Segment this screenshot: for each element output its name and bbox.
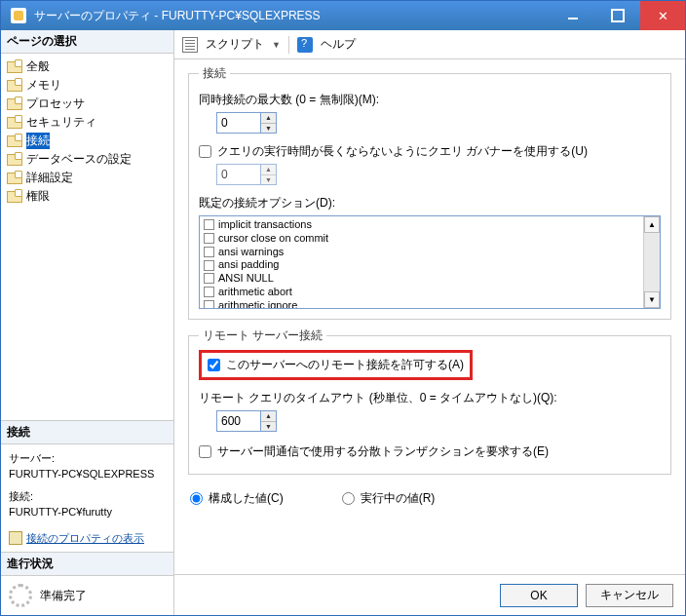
configured-values-radio[interactable]: 構成した値(C)	[190, 490, 284, 507]
app-icon	[11, 8, 26, 23]
button-bar: OK キャンセル	[174, 574, 685, 615]
remote-timeout-input[interactable]: ▲▼	[216, 410, 277, 432]
option-item[interactable]: cursor close on commit	[204, 232, 639, 246]
page-icon	[7, 154, 22, 166]
value-source-radios: 構成した値(C) 実行中の値(R)	[188, 490, 671, 507]
query-governor-checkbox[interactable]	[199, 145, 211, 158]
page-icon	[7, 61, 22, 73]
connection-header: 接続	[1, 420, 173, 444]
page-icon	[7, 173, 22, 184]
page-processor[interactable]: プロセッサ	[3, 95, 172, 113]
checkbox-icon[interactable]	[204, 247, 214, 257]
cancel-button[interactable]: キャンセル	[586, 584, 673, 607]
option-item[interactable]: implicit transactions	[204, 218, 639, 232]
script-button[interactable]: スクリプト	[206, 36, 264, 53]
max-connections-field[interactable]	[217, 113, 260, 133]
options-scrollbar[interactable]: ▲ ▼	[643, 216, 660, 308]
page-memory[interactable]: メモリ	[3, 76, 172, 95]
page-connections[interactable]: 接続	[3, 132, 172, 150]
page-icon	[7, 98, 22, 110]
allow-remote-highlight: このサーバーへのリモート接続を許可する(A)	[199, 350, 473, 380]
connections-legend: 接続	[199, 65, 230, 82]
script-icon	[182, 37, 198, 53]
allow-remote-label: このサーバーへのリモート接続を許可する(A)	[226, 357, 464, 373]
server-label: サーバー:	[9, 450, 166, 467]
checkbox-icon[interactable]	[204, 219, 214, 230]
checkbox-icon[interactable]	[204, 300, 214, 308]
ok-button[interactable]: OK	[500, 584, 578, 607]
max-connections-input[interactable]: ▲▼	[216, 112, 277, 134]
spin-up-icon[interactable]: ▲	[261, 113, 276, 124]
option-item[interactable]: ANSI NULL	[204, 272, 639, 286]
option-item[interactable]: ansi padding	[204, 258, 639, 272]
help-button[interactable]: ヘルプ	[321, 36, 356, 53]
maximize-button[interactable]	[595, 1, 640, 30]
window-title: サーバーのプロパティ - FURUTTY-PC¥SQLEXPRESS	[34, 8, 551, 24]
sidebar: ページの選択 全般 メモリ プロセッサ セキュリティ 接続 データベースの設定 …	[1, 30, 174, 615]
connections-group: 接続 同時接続の最大数 (0 = 無制限)(M): ▲▼ クエリの実行時間が長く…	[188, 65, 671, 320]
checkbox-icon[interactable]	[204, 273, 214, 284]
page-icon	[7, 80, 22, 92]
server-value: FURUTTY-PC¥SQLEXPRESS	[9, 466, 166, 482]
toolbar: スクリプト ▼ ヘルプ	[174, 30, 685, 59]
page-icon	[7, 135, 22, 147]
spin-down-icon[interactable]: ▼	[261, 124, 276, 134]
remote-timeout-field[interactable]	[217, 411, 260, 431]
governor-cost-input[interactable]: ▲▼	[216, 164, 277, 185]
checkbox-icon[interactable]	[204, 260, 214, 271]
page-permissions[interactable]: 権限	[3, 187, 172, 206]
require-dtc-label: サーバー間通信で使用する分散トランザクションを要求する(E)	[217, 443, 549, 460]
script-dropdown-icon[interactable]: ▼	[272, 40, 281, 50]
running-values-radio[interactable]: 実行中の値(R)	[342, 490, 436, 507]
remote-connections-group: リモート サーバー接続 このサーバーへのリモート接続を許可する(A) リモート …	[188, 327, 671, 475]
properties-icon	[9, 531, 22, 545]
option-item[interactable]: arithmetic ignore	[204, 299, 639, 309]
remote-timeout-label: リモート クエリのタイムアウト (秒単位、0 = タイムアウトなし)(Q):	[199, 390, 661, 406]
progress-status: 準備完了	[40, 588, 87, 604]
connection-label: 接続:	[9, 488, 166, 505]
server-properties-window: サーバーのプロパティ - FURUTTY-PC¥SQLEXPRESS ページの選…	[0, 0, 686, 616]
toolbar-separator	[288, 36, 289, 54]
governor-cost-field[interactable]	[217, 165, 260, 184]
progress-spinner-icon	[9, 584, 32, 607]
page-database-settings[interactable]: データベースの設定	[3, 150, 172, 169]
option-item[interactable]: arithmetic abort	[204, 286, 639, 299]
page-icon	[7, 117, 22, 129]
progress-header: 進行状況	[1, 552, 173, 576]
option-item[interactable]: ansi warnings	[204, 246, 639, 259]
help-icon	[297, 37, 313, 53]
scroll-down-icon[interactable]: ▼	[644, 291, 660, 308]
checkbox-icon[interactable]	[204, 287, 214, 297]
page-advanced[interactable]: 詳細設定	[3, 169, 172, 187]
checkbox-icon[interactable]	[204, 233, 214, 244]
page-icon	[7, 191, 22, 203]
view-connection-props-link[interactable]: 接続のプロパティの表示	[9, 530, 166, 547]
query-governor-label: クエリの実行時間が長くならないようにクエリ ガバナーを使用する(U)	[217, 143, 588, 160]
require-dtc-checkbox[interactable]	[199, 445, 211, 458]
pages-header: ページの選択	[1, 30, 173, 54]
page-general[interactable]: 全般	[3, 58, 172, 76]
titlebar[interactable]: サーバーのプロパティ - FURUTTY-PC¥SQLEXPRESS	[1, 1, 685, 30]
remote-legend: リモート サーバー接続	[199, 327, 326, 344]
connection-value: FURUTTY-PC¥furutty	[9, 504, 166, 520]
close-button[interactable]	[640, 1, 685, 30]
page-tree: 全般 メモリ プロセッサ セキュリティ 接続 データベースの設定 詳細設定 権限	[1, 54, 173, 210]
spin-down-icon[interactable]: ▼	[261, 422, 276, 432]
page-security[interactable]: セキュリティ	[3, 113, 172, 132]
default-options-label: 既定の接続オプション(D):	[199, 195, 661, 212]
main-panel: スクリプト ▼ ヘルプ 接続 同時接続の最大数 (0 = 無制限)(M): ▲▼	[174, 30, 685, 615]
minimize-button[interactable]	[551, 1, 595, 30]
spin-up-icon[interactable]: ▲	[261, 165, 276, 175]
max-connections-label: 同時接続の最大数 (0 = 無制限)(M):	[199, 92, 661, 108]
allow-remote-checkbox[interactable]	[208, 359, 220, 371]
default-options-list[interactable]: implicit transactions cursor close on co…	[199, 215, 661, 309]
spin-up-icon[interactable]: ▲	[261, 411, 276, 422]
spin-down-icon[interactable]: ▼	[261, 175, 276, 185]
scroll-up-icon[interactable]: ▲	[644, 216, 660, 233]
